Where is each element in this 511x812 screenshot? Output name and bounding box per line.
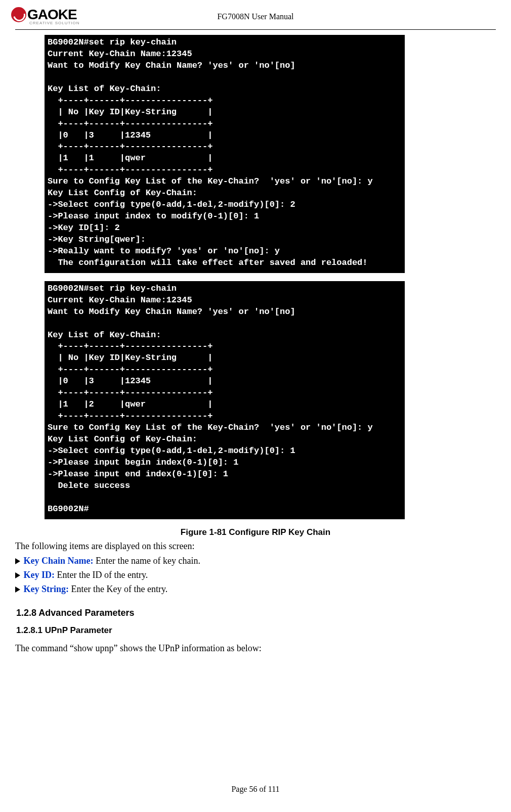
terminal-screenshot-2: BG9002N#set rip key-chain Current Key-Ch… (45, 281, 405, 519)
brand-logo-text: GAOKE (11, 7, 77, 22)
section-heading-advanced-parameters: 1.2.8 Advanced Parameters (16, 608, 496, 618)
page-footer: Page 56 of 111 (0, 785, 511, 794)
intro-text: The following items are displayed on thi… (15, 539, 496, 554)
field-label: Key ID: (24, 570, 55, 580)
field-desc: Enter the name of key chain. (94, 556, 200, 566)
header-divider (15, 29, 496, 30)
field-desc: Enter the Key of the entry. (69, 584, 167, 594)
bullet-icon (15, 558, 20, 564)
page-header: GAOKE CREATIVE SOLUTION FG7008N User Man… (15, 7, 496, 27)
field-label: Key String: (24, 584, 69, 594)
section-heading-upnp-parameter: 1.2.8.1 UPnP Parameter (16, 625, 496, 636)
field-key-chain-name: Key Chain Name: Enter the name of key ch… (15, 554, 496, 568)
field-key-string: Key String: Enter the Key of the entry. (15, 582, 496, 597)
field-key-id: Key ID: Enter the ID of the entry. (15, 568, 496, 582)
bullet-icon (15, 587, 20, 593)
page: GAOKE CREATIVE SOLUTION FG7008N User Man… (0, 0, 511, 812)
field-label: Key Chain Name: (24, 556, 94, 566)
document-title: FG7008N User Manual (217, 12, 293, 21)
field-desc: Enter the ID of the entry. (55, 570, 148, 580)
brand-logo: GAOKE CREATIVE SOLUTION (11, 7, 80, 25)
brand-tagline: CREATIVE SOLUTION (29, 21, 80, 25)
bullet-icon (15, 572, 20, 578)
figure-caption: Figure 1-81 Configure RIP Key Chain (15, 527, 496, 537)
swirl-icon (11, 7, 26, 22)
terminal-screenshot-1: BG9002N#set rip key-chain Current Key-Ch… (45, 35, 405, 273)
brand-name: GAOKE (27, 8, 77, 22)
upnp-text: The command “show upnp” shows the UPnP i… (15, 642, 496, 656)
